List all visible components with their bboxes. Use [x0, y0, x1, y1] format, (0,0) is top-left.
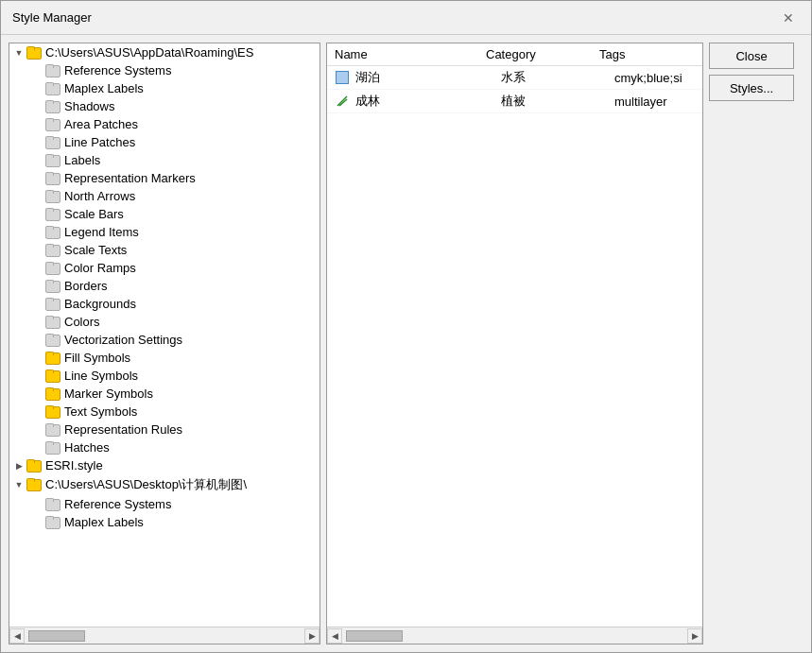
list-item[interactable]: Labels — [9, 151, 320, 169]
list-item[interactable]: Backgrounds — [9, 295, 320, 313]
list-item[interactable]: C:\Users\ASUS\Desktop\计算机制图\ — [9, 474, 320, 495]
item-label: Backgrounds — [64, 297, 136, 311]
item-label: Fill Symbols — [64, 351, 130, 365]
content-scroll-thumb[interactable] — [346, 630, 403, 642]
list-item[interactable]: Vectorization Settings — [9, 331, 320, 349]
content-scroll-left[interactable]: ◀ — [327, 628, 342, 644]
list-item[interactable]: Representation Markers — [9, 169, 320, 187]
left-tree-panel: C:\Users\ASUS\AppData\Roaming\ES Referen… — [9, 43, 320, 644]
folder-icon-root — [26, 46, 42, 60]
item-label: ESRI.style — [45, 458, 103, 473]
item-label: Color Ramps — [64, 261, 136, 275]
folder-icon — [45, 82, 60, 95]
expand-arrow-third — [13, 479, 25, 490]
tree-root-item[interactable]: C:\Users\ASUS\AppData\Roaming\ES — [9, 43, 320, 61]
row-category: 植被 — [501, 93, 614, 110]
folder-icon — [45, 280, 60, 293]
content-scroll-right[interactable]: ▶ — [687, 628, 702, 644]
col-name-header: Name — [335, 47, 486, 61]
list-item[interactable]: Scale Texts — [9, 241, 320, 259]
close-x-button[interactable]: ✕ — [777, 7, 800, 29]
list-item[interactable]: Borders — [9, 277, 320, 295]
table-row[interactable]: 成林 植被 multilayer — [327, 90, 702, 113]
expand-arrow-esri — [13, 460, 25, 472]
item-label: Maplex Labels — [64, 515, 144, 529]
scroll-left-arrow[interactable]: ◀ — [9, 628, 25, 644]
list-item[interactable]: ESRI.style — [9, 456, 320, 474]
item-label: Line Symbols — [64, 369, 138, 383]
list-item[interactable]: Marker Symbols — [9, 385, 320, 403]
table-row[interactable]: 湖泊 水系 cmyk;blue;si — [327, 66, 702, 90]
item-label: Maplex Labels — [64, 81, 144, 95]
item-label: Scale Texts — [64, 243, 127, 257]
col-tags-header: Tags — [599, 47, 695, 61]
folder-icon — [45, 64, 60, 77]
list-item[interactable]: Area Patches — [9, 115, 320, 133]
tree-hscrollbar[interactable]: ◀ ▶ — [9, 627, 320, 644]
list-item[interactable]: Shadows — [9, 97, 320, 115]
folder-icon — [45, 298, 60, 311]
folder-icon — [45, 387, 60, 401]
folder-icon — [45, 154, 60, 167]
list-item[interactable]: Color Ramps — [9, 259, 320, 277]
row-name: 湖泊 — [355, 69, 501, 86]
list-item[interactable]: Fill Symbols — [9, 349, 320, 367]
folder-icon — [45, 226, 60, 239]
item-label: Borders — [64, 279, 108, 293]
item-label: Representation Markers — [64, 171, 196, 185]
scroll-right-arrow[interactable]: ▶ — [304, 628, 320, 644]
item-label: Line Patches — [64, 135, 135, 149]
right-button-panel: Close Styles... — [709, 43, 803, 644]
expand-arrow-root — [13, 47, 25, 59]
folder-icon — [45, 244, 60, 257]
folder-icon — [45, 423, 60, 437]
scroll-track[interactable] — [25, 628, 304, 644]
col-category-header: Category — [486, 47, 599, 61]
item-label: C:\Users\ASUS\Desktop\计算机制图\ — [45, 476, 247, 493]
content-scroll-track[interactable] — [342, 628, 687, 644]
lake-icon — [336, 71, 349, 84]
list-item[interactable]: Maplex Labels — [9, 79, 320, 97]
folder-icon — [45, 262, 60, 275]
item-label: Labels — [64, 153, 100, 167]
list-item[interactable]: Scale Bars — [9, 205, 320, 223]
folder-icon — [26, 478, 42, 491]
root-path-label: C:\Users\ASUS\AppData\Roaming\ES — [45, 45, 253, 60]
folder-icon — [45, 352, 60, 365]
table-header: Name Category Tags — [327, 43, 702, 66]
list-item[interactable]: Reference Systems — [9, 61, 320, 79]
item-label: Scale Bars — [64, 207, 124, 221]
tree-container[interactable]: C:\Users\ASUS\AppData\Roaming\ES Referen… — [9, 43, 320, 627]
list-item[interactable]: Colors — [9, 313, 320, 331]
content-hscrollbar[interactable]: ◀ ▶ — [327, 627, 702, 644]
list-item[interactable]: Representation Rules — [9, 421, 320, 438]
item-label: Colors — [64, 315, 100, 329]
list-item[interactable]: Text Symbols — [9, 403, 320, 421]
scroll-thumb[interactable] — [28, 630, 85, 642]
list-item[interactable]: Line Patches — [9, 133, 320, 151]
list-item[interactable]: Maplex Labels — [9, 513, 320, 531]
item-label: Representation Rules — [64, 422, 182, 437]
dialog-body: C:\Users\ASUS\AppData\Roaming\ES Referen… — [1, 35, 811, 652]
content-panel: Name Category Tags 湖泊 水系 cmyk;blue;si — [326, 43, 703, 644]
folder-icon — [45, 172, 60, 185]
folder-icon — [45, 190, 60, 203]
row-tags: cmyk;blue;si — [614, 71, 695, 85]
lake-symbol-icon — [335, 70, 350, 85]
folder-icon — [45, 316, 60, 329]
plant-symbol-icon — [335, 94, 350, 109]
style-manager-dialog: Style Manager ✕ C:\Users\ASUS\AppData\Ro… — [0, 0, 812, 653]
close-button[interactable]: Close — [709, 43, 794, 69]
styles-button[interactable]: Styles... — [709, 75, 794, 101]
folder-icon — [45, 208, 60, 221]
list-item[interactable]: Reference Systems — [9, 495, 320, 513]
list-item[interactable]: North Arrows — [9, 187, 320, 205]
list-item[interactable]: Line Symbols — [9, 367, 320, 385]
row-name: 成林 — [355, 93, 501, 110]
list-item[interactable]: Hatches — [9, 438, 320, 456]
folder-icon — [45, 334, 60, 347]
list-item[interactable]: Legend Items — [9, 223, 320, 241]
item-label: Area Patches — [64, 117, 138, 131]
content-list[interactable]: 湖泊 水系 cmyk;blue;si 成林 植被 multilayer — [327, 66, 702, 627]
folder-icon — [26, 459, 42, 473]
